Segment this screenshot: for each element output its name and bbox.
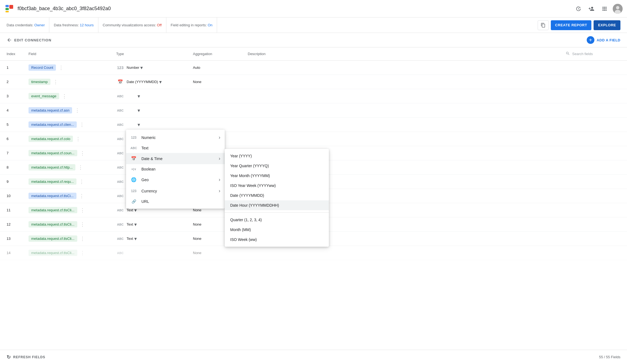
drag-handle[interactable]: ⋮ [80,236,85,242]
menu-item-datetime[interactable]: 📅 Date & Time › [126,153,225,164]
drag-handle[interactable]: ⋮ [80,221,85,228]
datetime-icon: 📅 [130,156,137,161]
search-input[interactable] [572,52,613,56]
type-cell: ABC Text ▾ [116,236,193,242]
row-index: 2 [7,80,29,84]
search-col [566,51,620,57]
menu-item-numeric[interactable]: 123 Numeric › [126,132,225,143]
type-icon: ABC [116,251,124,255]
field-badge: metadata.request.cf.tlsCli... [29,235,77,242]
type-dropdown[interactable]: Date (YYYYMMDD) ▾ [127,79,162,85]
edit-connection-bar: EDIT CONNECTION + ADD A FIELD [0,33,627,47]
explore-button[interactable]: EXPLORE [594,20,620,30]
geo-icon: 🌐 [130,177,137,182]
back-button[interactable] [7,37,12,43]
aggregation-value: Auto [193,66,248,70]
add-person-icon[interactable] [586,4,596,14]
menu-item-text[interactable]: ABC Text [126,143,225,153]
numeric-icon: 123 [130,136,137,140]
submenu-item-quarter[interactable]: Quarter (1, 2, 3, 4) [225,215,329,225]
menu-item-boolean[interactable]: ×|∨ Boolean [126,164,225,174]
svg-rect-2 [5,11,9,12]
drag-handle[interactable]: ⋮ [80,150,85,156]
drag-handle[interactable]: ⋮ [79,179,84,185]
data-credentials: Data credentials: Owner [7,18,49,33]
create-report-button[interactable]: CREATE REPORT [551,20,592,30]
drag-handle[interactable]: ⋮ [79,193,84,199]
menu-item-url[interactable]: 🔗 URL [126,197,225,206]
field-badge: metadata.request.cf.tlsCli... [29,250,77,256]
top-bar: f0bcf3ab_bace_4b3c_abc0_3f82ac5492a0 [0,0,627,18]
submenu-item-year-month[interactable]: Year Month (YYYYMM) [225,171,329,181]
menu-item-label: Text [141,146,220,150]
field-editing-label: Field editing in reports: [171,23,207,27]
submenu-item-year[interactable]: Year (YYYY) [225,151,329,161]
community-viz-value[interactable]: Off [157,23,162,27]
text-icon: ABC [130,146,137,150]
submenu-item-month[interactable]: Month (MM) [225,225,329,235]
chevron-down-icon: ▾ [134,221,137,228]
row-index: 9 [7,180,29,184]
type-cell: ABC ▾ [116,107,193,113]
add-field-button[interactable]: + ADD A FIELD [587,36,620,44]
table-row: 1 Record Count ⋮ 123 Number ▾ Auto [0,61,627,75]
chevron-right-icon: › [219,177,220,183]
field-editing: Field editing in reports: On [166,18,217,33]
data-freshness-value[interactable]: 12 hours [80,23,94,27]
field-badge: Record Count [29,64,56,71]
avatar[interactable] [613,4,623,14]
type-cell: 📅 Date (YYYYMMDD) ▾ [116,79,193,85]
history-icon[interactable] [573,4,583,14]
top-bar-icons [573,4,623,14]
field-badge: metadata.request.cf.tlsCli... [29,207,77,213]
type-dropdown[interactable]: ▾ [127,122,140,128]
copy-button[interactable] [538,20,549,30]
table-row: 5 metadata.request.cf.clien... ⋮ ABC ▾ [0,118,627,132]
row-index: 14 [7,251,29,255]
row-index: 10 [7,194,29,198]
menu-item-label: Boolean [141,167,220,171]
drag-handle[interactable]: ⋮ [76,136,81,142]
type-dropdown[interactable]: ▾ [127,107,140,113]
drag-handle[interactable]: ⋮ [80,250,85,256]
menu-item-label: Currency [141,189,214,193]
drag-handle[interactable]: ⋮ [78,164,83,170]
chevron-down-icon: ▾ [138,122,140,128]
drag-handle[interactable]: ⋮ [59,65,64,71]
field-badge: metadata.request.cf.coun... [29,150,77,156]
field-editing-value[interactable]: On [208,23,212,27]
svg-rect-0 [5,5,9,7]
data-credentials-value[interactable]: Owner [34,23,45,27]
type-dropdown[interactable]: Text ▾ [127,236,137,242]
type-dropdown-menu: 123 Numeric › ABC Text 📅 Date & Time › ×… [126,130,225,209]
type-icon: 123 [116,66,124,70]
submenu-item-iso-week[interactable]: ISO Week (ww) [225,235,329,244]
menu-item-currency[interactable]: 123 Currency › [126,185,225,197]
type-dropdown[interactable]: Text ▾ [127,221,137,228]
submenu-item-date[interactable]: Date (YYYYMMDD) [225,190,329,200]
type-dropdown[interactable]: ▾ [127,93,140,99]
drag-handle[interactable]: ⋮ [79,122,84,128]
drag-handle[interactable]: ⋮ [75,107,80,113]
drag-handle[interactable]: ⋮ [53,79,58,85]
submenu-item-iso-year-week[interactable]: ISO Year Week (YYYYww) [225,181,329,190]
table-row: 2 timestamp ⋮ 📅 Date (YYYYMMDD) ▾ None [0,75,627,89]
row-index: 12 [7,222,29,226]
add-field-icon: + [587,36,594,44]
col-index: Index [7,52,29,56]
field-badge: timestamp [29,79,50,85]
submenu-item-label: Quarter (1, 2, 3, 4) [230,218,262,222]
field-badge: metadata.request.cf.tlsCli... [29,221,77,228]
menu-item-geo[interactable]: 🌐 Geo › [126,174,225,185]
community-viz: Community visualizations access: Off [98,18,166,33]
drag-handle[interactable]: ⋮ [62,93,67,99]
type-dropdown[interactable]: Number ▾ [127,65,143,71]
drag-handle[interactable]: ⋮ [80,207,85,213]
submenu-item-year-quarter[interactable]: Year Quarter (YYYYQ) [225,161,329,171]
menu-item-label: Numeric [141,135,214,140]
type-label: Number [127,66,139,70]
submenu-item-date-hour[interactable]: Date Hour (YYYYMMDDHH) [225,200,329,210]
toolbar: Data credentials: Owner Data freshness: … [0,18,627,33]
apps-icon[interactable] [600,4,609,14]
row-index: 3 [7,94,29,98]
